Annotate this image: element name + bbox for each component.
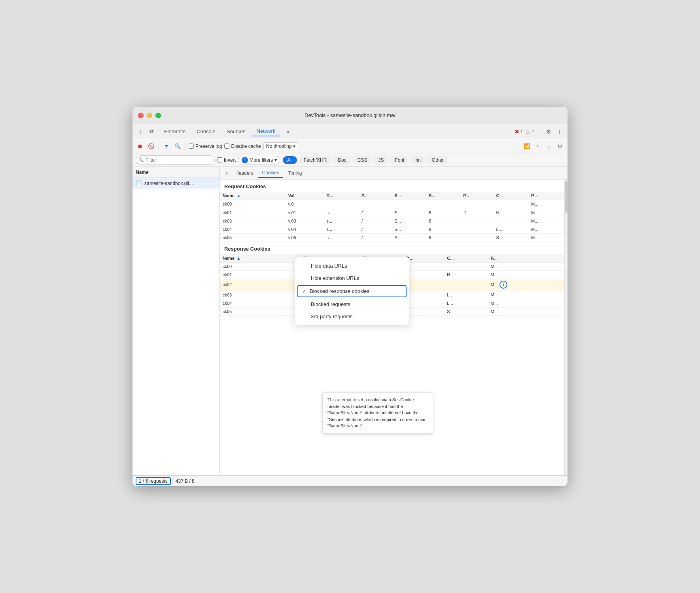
tab-console[interactable]: Console <box>192 127 220 136</box>
preserve-log-wrap: Preserve log <box>189 144 222 149</box>
error-count: 1 <box>520 129 523 134</box>
devtools-icons: ⊹ ⧉ <box>136 127 156 136</box>
layers-icon[interactable]: ⧉ <box>147 127 156 136</box>
file-name: samesite-sandbox.gli... <box>144 181 193 186</box>
download-icon[interactable]: ↓ <box>545 142 553 151</box>
title-bar: DevTools - samesite-sandbox.glitch.me/ <box>132 107 568 124</box>
resp-col-name: Name ▲ <box>219 254 301 263</box>
preserve-log-checkbox[interactable] <box>189 144 194 149</box>
tab-cookies[interactable]: Cookies <box>258 168 283 178</box>
devtools-tab-bar: ⊹ ⧉ Elements Console Sources Network » ✖… <box>132 124 568 139</box>
settings-icon[interactable]: ⚙ <box>544 127 553 136</box>
network-toolbar: ⏹ 🚫 ▼ 🔍 Preserve log Disable cache No th… <box>132 139 568 153</box>
table-row[interactable]: ck03 vl03 s... / S... 8 M... <box>219 217 564 225</box>
table-row[interactable]: ck04 vl04 s... / S... 8 L... M... <box>219 225 564 234</box>
more-filters-arrow-icon: ▾ <box>274 157 277 163</box>
dropdown-item-label-4: Blocked requests <box>311 301 350 307</box>
filter-input[interactable] <box>136 155 215 165</box>
filter-search-icon: 🔍 <box>138 157 144 162</box>
dropdown-item-label-5: 3rd-party requests <box>311 313 353 319</box>
main-area: Name 📄 samesite-sandbox.gli... × Headers… <box>132 167 568 475</box>
filter-tag-css[interactable]: CSS <box>353 156 372 164</box>
traffic-lights <box>138 113 161 118</box>
clear-button[interactable]: 🚫 <box>147 142 155 151</box>
tab-timing[interactable]: Timing <box>284 169 306 178</box>
tooltip-text: This attempt to set a cookie via a Set-C… <box>327 397 426 428</box>
request-cookies-header: Request Cookies <box>219 179 564 192</box>
info-circle-icon[interactable]: i <box>499 281 507 289</box>
tab-elements[interactable]: Elements <box>159 127 190 136</box>
request-cookies-table: Name ▲ Val D... P... S... S... P... C...… <box>219 192 564 242</box>
record-stop-button[interactable]: ⏹ <box>136 142 144 151</box>
cursor-icon[interactable]: ⊹ <box>136 127 145 136</box>
col-c: C... <box>493 192 528 200</box>
devtools-window: DevTools - samesite-sandbox.glitch.me/ ⊹… <box>132 107 568 486</box>
filter-tag-other[interactable]: Other <box>428 156 448 164</box>
filter-icon[interactable]: ▼ <box>162 142 171 151</box>
error-icon: ✖ <box>515 128 519 135</box>
file-icon: 📄 <box>136 180 142 186</box>
minimize-button[interactable] <box>147 113 152 118</box>
filter-tag-doc[interactable]: Doc <box>333 156 350 164</box>
warning-icon: ⚠ <box>525 128 530 135</box>
col-p2: P... <box>460 192 493 200</box>
invert-checkbox[interactable] <box>217 157 222 162</box>
col-val: Val <box>285 192 324 200</box>
dropdown-item-label-2: Hide extension URLs <box>311 275 359 281</box>
disable-cache-label: Disable cache <box>231 144 261 149</box>
dropdown-item-blocked-requests[interactable]: Blocked requests <box>295 298 409 310</box>
filter-tag-img[interactable]: Im <box>411 156 425 164</box>
tab-sources[interactable]: Sources <box>222 127 250 136</box>
wifi-icon[interactable]: 📶 <box>522 142 531 151</box>
filter-tag-fetch[interactable]: Fetch/XHR <box>299 156 331 164</box>
dropdown-item-hide-extension-urls[interactable]: Hide extension URLs <box>295 272 409 284</box>
more-filters-button[interactable]: 1 More filters ▾ <box>238 156 280 164</box>
badge-group: ✖ 1 ⚠ 1 <box>515 128 539 135</box>
col-name: Name ▲ <box>219 192 285 200</box>
more-options-icon[interactable]: ⋮ <box>555 127 564 136</box>
table-row[interactable]: ck00 vl0 M... <box>219 200 564 208</box>
size-info: 437 B / 8 <box>176 478 195 484</box>
dropdown-item-hide-data-urls[interactable]: Hide data URLs <box>295 260 409 272</box>
cookie-blocked-tooltip: This attempt to set a cookie via a Set-C… <box>322 392 433 434</box>
disable-cache-checkbox[interactable] <box>224 144 229 149</box>
status-bar: 1 / 5 requests 437 B / 8 <box>132 475 568 486</box>
col-p: P... <box>358 192 391 200</box>
tab-network[interactable]: Network <box>252 127 280 136</box>
throttle-label: No throttling <box>266 144 292 149</box>
dropdown-item-blocked-response[interactable]: ✓ Blocked response cookies <box>297 285 407 297</box>
network-settings-icon[interactable]: ⚙ <box>556 142 564 151</box>
invert-wrap: Invert <box>217 157 236 163</box>
maximize-button[interactable] <box>155 113 161 118</box>
scrollbar[interactable] <box>564 179 568 475</box>
resp-col-c: C... <box>444 254 487 263</box>
tab-headers[interactable]: Headers <box>231 169 257 178</box>
tab-more[interactable]: » <box>282 127 294 136</box>
throttle-button[interactable]: No throttling ▾ <box>263 142 299 150</box>
close-button[interactable]: × <box>223 169 231 177</box>
close-button[interactable] <box>138 113 144 118</box>
more-filters-dropdown: Hide data URLs Hide extension URLs ✓ Blo… <box>295 257 409 325</box>
upload-icon[interactable]: ↑ <box>534 142 542 151</box>
col-s2: S... <box>426 192 460 200</box>
filter-tag-font[interactable]: Font <box>390 156 409 164</box>
filter-tag-js[interactable]: JS <box>374 156 388 164</box>
filter-input-wrap: 🔍 <box>136 155 215 165</box>
more-filters-label: More filters <box>250 157 273 163</box>
check-icon: ✓ <box>302 288 306 294</box>
table-row[interactable]: ck05 vl05 s... / S... 8 S... M... <box>219 234 564 242</box>
left-panel-header: Name <box>132 167 219 178</box>
col-p3: P... <box>528 192 564 200</box>
disable-cache-wrap: Disable cache <box>224 144 261 149</box>
search-icon[interactable]: 🔍 <box>173 142 182 151</box>
dropdown-item-label: Hide data URLs <box>311 263 347 269</box>
file-list-item[interactable]: 📄 samesite-sandbox.gli... <box>132 178 219 189</box>
left-panel: Name 📄 samesite-sandbox.gli... <box>132 167 219 475</box>
dropdown-item-third-party[interactable]: 3rd-party requests <box>295 310 409 323</box>
sort-arrow: ▲ <box>236 193 241 198</box>
scroll-thumb[interactable] <box>565 181 568 213</box>
filter-tag-all[interactable]: All <box>283 156 297 164</box>
table-row[interactable]: ck01 vl01 s... / S... 8 ✓ N... M... <box>219 208 564 217</box>
separator-2 <box>185 143 185 150</box>
warning-count: 1 <box>532 129 534 134</box>
